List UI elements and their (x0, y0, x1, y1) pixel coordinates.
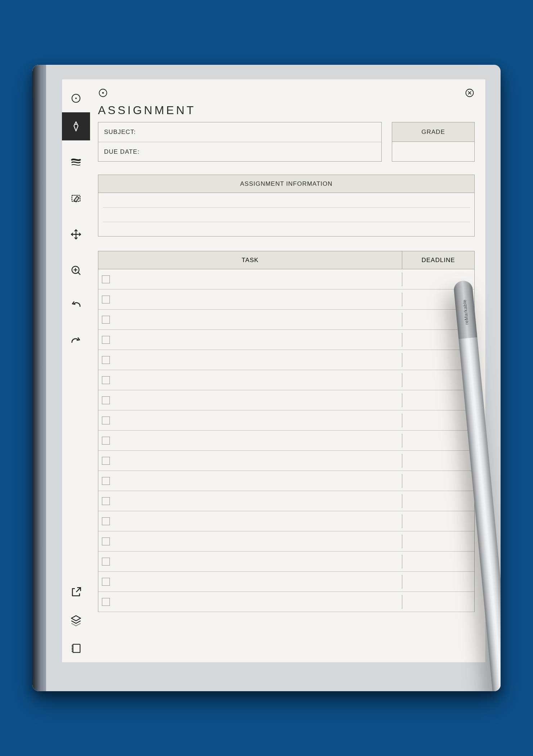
task-row (98, 350, 474, 370)
task-row (98, 431, 474, 451)
task-row (98, 592, 474, 612)
task-checkbox[interactable] (102, 497, 110, 505)
menu-dot-icon[interactable] (62, 84, 90, 112)
deadline-field[interactable] (402, 370, 474, 390)
layers-icon[interactable] (62, 606, 90, 634)
undo-icon[interactable] (62, 292, 90, 320)
task-checkbox[interactable] (102, 578, 110, 586)
task-text-field[interactable] (115, 572, 402, 591)
screen: ASSIGNMENT SUBJECT: DUE DATE: GRADE ASSI… (62, 79, 485, 662)
task-row (98, 491, 474, 511)
task-checkbox[interactable] (102, 558, 110, 566)
task-text-field[interactable] (115, 350, 402, 370)
deadline-field[interactable] (402, 511, 474, 531)
task-checkbox[interactable] (102, 457, 110, 465)
task-row (98, 531, 474, 552)
task-row (98, 370, 474, 390)
share-icon[interactable] (62, 578, 90, 606)
deadline-field[interactable] (402, 330, 474, 350)
task-row (98, 471, 474, 491)
task-row (98, 572, 474, 592)
task-row (98, 552, 474, 572)
task-checkbox[interactable] (102, 517, 110, 525)
page-title: ASSIGNMENT (98, 104, 475, 117)
task-checkbox[interactable] (102, 396, 110, 404)
record-icon[interactable] (98, 88, 108, 99)
task-checkbox[interactable] (102, 316, 110, 324)
deadline-field[interactable] (402, 269, 474, 289)
task-table: TASK DEADLINE (98, 251, 475, 612)
assignment-info-header: ASSIGNMENT INFORMATION (98, 175, 474, 193)
task-checkbox[interactable] (102, 275, 110, 283)
task-checkbox[interactable] (102, 417, 110, 424)
task-row (98, 511, 474, 531)
task-text-field[interactable] (115, 451, 402, 471)
deadline-field[interactable] (402, 289, 474, 309)
tablet-device: ASSIGNMENT SUBJECT: DUE DATE: GRADE ASSI… (32, 65, 501, 691)
deadline-field[interactable] (402, 451, 474, 471)
task-checkbox[interactable] (102, 537, 110, 545)
task-checkbox[interactable] (102, 477, 110, 485)
task-checkbox[interactable] (102, 296, 110, 303)
task-text-field[interactable] (115, 390, 402, 410)
task-checkbox[interactable] (102, 356, 110, 364)
task-row (98, 390, 474, 410)
subject-duedate-box: SUBJECT: DUE DATE: (98, 122, 382, 162)
deadline-field[interactable] (402, 572, 474, 591)
task-text-field[interactable] (115, 531, 402, 551)
task-text-field[interactable] (115, 552, 402, 571)
task-checkbox[interactable] (102, 336, 110, 344)
svg-point-6 (102, 92, 104, 94)
deadline-field[interactable] (402, 592, 474, 612)
deadline-field[interactable] (402, 390, 474, 410)
grade-value-field[interactable] (392, 142, 474, 161)
deadline-field[interactable] (402, 410, 474, 430)
subject-label: SUBJECT: (104, 129, 136, 136)
grade-box: GRADE (392, 122, 475, 162)
task-text-field[interactable] (115, 269, 402, 289)
deadline-field[interactable] (402, 552, 474, 571)
task-text-field[interactable] (115, 491, 402, 511)
page-content: ASSIGNMENT SUBJECT: DUE DATE: GRADE ASSI… (90, 79, 485, 662)
pen-tool-icon[interactable] (62, 112, 90, 140)
task-column-header: TASK (98, 251, 402, 269)
svg-rect-4 (73, 644, 80, 653)
deadline-field[interactable] (402, 350, 474, 370)
duedate-field[interactable]: DUE DATE: (98, 142, 381, 161)
eraser-icon[interactable] (62, 184, 90, 212)
deadline-field[interactable] (402, 431, 474, 450)
task-table-header: TASK DEADLINE (98, 251, 474, 269)
zoom-in-icon[interactable] (62, 256, 90, 284)
task-text-field[interactable] (115, 330, 402, 350)
redo-icon[interactable] (62, 328, 90, 356)
task-text-field[interactable] (115, 471, 402, 491)
task-text-field[interactable] (115, 592, 402, 612)
task-row (98, 451, 474, 471)
task-checkbox[interactable] (102, 376, 110, 384)
device-spine (32, 65, 46, 691)
duedate-label: DUE DATE: (104, 148, 139, 156)
task-row (98, 330, 474, 350)
task-text-field[interactable] (115, 289, 402, 309)
deadline-field[interactable] (402, 491, 474, 511)
stroke-width-icon[interactable] (62, 148, 90, 176)
task-text-field[interactable] (115, 370, 402, 390)
task-text-field[interactable] (115, 431, 402, 450)
assignment-info-field[interactable] (98, 193, 474, 236)
task-text-field[interactable] (115, 410, 402, 430)
task-checkbox[interactable] (102, 598, 110, 606)
notebook-icon[interactable] (62, 634, 90, 662)
move-icon[interactable] (62, 220, 90, 248)
task-checkbox[interactable] (102, 437, 110, 445)
task-text-field[interactable] (115, 511, 402, 531)
deadline-field[interactable] (402, 471, 474, 491)
assignment-info-box: ASSIGNMENT INFORMATION (98, 175, 475, 237)
deadline-field[interactable] (402, 310, 474, 329)
task-row (98, 310, 474, 330)
close-icon[interactable] (465, 88, 475, 99)
deadline-field[interactable] (402, 531, 474, 551)
task-text-field[interactable] (115, 310, 402, 329)
grade-header: GRADE (392, 122, 474, 142)
subject-field[interactable]: SUBJECT: (98, 122, 381, 142)
task-row (98, 269, 474, 289)
